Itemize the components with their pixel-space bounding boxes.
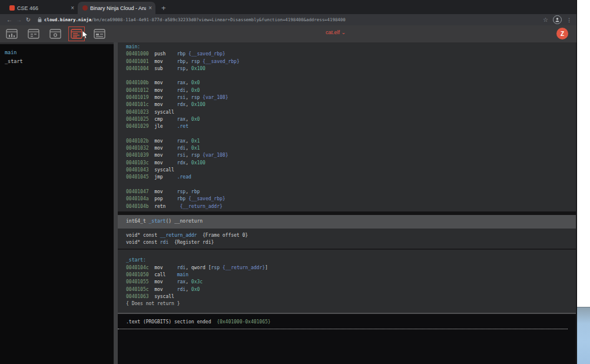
token-t: , xyxy=(185,95,191,100)
tab-bar: CSE 466 × Binary Ninja Cloud - Analy × + xyxy=(0,0,576,14)
disasm-view: main:00401000 push rbp {__saved_rbp}0040… xyxy=(118,42,576,364)
disasm-line[interactable]: { Does not return } xyxy=(126,300,576,307)
disasm-line[interactable]: 00401043 syscall xyxy=(126,167,576,174)
token-sym: .ret xyxy=(177,124,188,129)
token-t: void* const xyxy=(126,240,160,245)
disasm-line[interactable]: 00401045 jmp .read xyxy=(126,174,576,181)
disasm-line[interactable] xyxy=(126,181,576,188)
disasm-line[interactable]: 00401047 mov rsp, rbp xyxy=(126,188,576,196)
disasm-line[interactable]: 0040102b mov rax, 0x1 xyxy=(126,138,576,145)
token-mn: mov xyxy=(154,102,163,107)
pane-splitter[interactable] xyxy=(114,42,118,364)
token-t: , xyxy=(185,145,191,151)
token-reg: rax xyxy=(177,117,185,122)
token-ann: {var_108} xyxy=(203,153,228,158)
token-reg: rdi xyxy=(177,287,185,292)
token-t: , xyxy=(185,66,191,71)
file-dropdown[interactable]: cat.elf ⌄ xyxy=(326,29,346,35)
omnibox[interactable]: cloud.binary.ninja/bn/eca69008-11a4-4e91… xyxy=(44,17,539,22)
token-mn: mov xyxy=(154,59,163,64)
token-t xyxy=(163,80,177,85)
disasm-line[interactable]: 00401023 syscall xyxy=(126,109,576,116)
user-avatar[interactable]: Z xyxy=(556,28,568,39)
disasm-line[interactable]: 00401004 sub rsp, 0x100 xyxy=(126,65,576,72)
reload-icon[interactable]: ↻ xyxy=(24,16,33,23)
token-addr: 0040102b xyxy=(126,138,149,144)
disasm-line[interactable]: 00401063 syscall xyxy=(126,293,576,300)
disasm-line[interactable]: 0040105c mov rdi, 0x0 xyxy=(126,286,576,293)
disasm-block-function-main: main:00401000 push rbp {__saved_rbp}0040… xyxy=(118,42,576,211)
new-tab-button[interactable]: + xyxy=(161,4,166,14)
token-reg: rsp xyxy=(211,265,220,270)
token-t xyxy=(163,279,177,284)
back-icon[interactable]: ← xyxy=(5,16,14,23)
disasm-line[interactable]: 0040104c mov rdi, qword [rsp {__return_a… xyxy=(126,264,576,272)
token-t xyxy=(163,124,177,129)
profile-avatar-icon[interactable] xyxy=(553,15,562,24)
disasm-line[interactable] xyxy=(126,131,576,138)
token-t xyxy=(163,153,177,158)
token-addr: 00401032 xyxy=(126,145,149,151)
token-addr: 0040105c xyxy=(126,287,149,292)
token-addr: 00401001 xyxy=(126,59,149,64)
disasm-line[interactable]: 00401000 push rbp {__saved_rbp} xyxy=(126,51,576,58)
graph-view-icon[interactable] xyxy=(4,27,19,41)
disasm-line[interactable]: int64_t _start() __noreturn xyxy=(126,218,203,225)
token-t: .text (PROGBITS) section ended xyxy=(126,319,217,325)
disasm-line[interactable]: 00401019 mov rsi, rsp {var_108} xyxy=(126,94,576,101)
disasm-line[interactable]: 00401001 mov rbp, rsp {__saved_rbp} xyxy=(126,58,576,65)
token-t xyxy=(149,59,155,64)
token-dim: { Does not return } xyxy=(126,301,180,306)
tab-binary-ninja[interactable]: Binary Ninja Cloud - Analy × xyxy=(78,2,155,14)
token-t: , qword [ xyxy=(185,265,211,270)
sidebar-item-main[interactable]: main xyxy=(0,48,114,57)
tab-close-icon[interactable]: × xyxy=(71,5,74,11)
disasm-line[interactable]: 0040104b retn {__return_addr} xyxy=(126,203,576,210)
disasm-line[interactable]: 00401050 call main xyxy=(126,272,576,279)
token-reg: rdi xyxy=(160,240,168,245)
tab-cse466[interactable]: CSE 466 × xyxy=(5,2,78,14)
bookmark-star-icon[interactable]: ☆ xyxy=(543,16,548,23)
types-view-icon[interactable] xyxy=(48,27,63,41)
token-addr: 00401039 xyxy=(126,153,149,158)
token-reg: rsi xyxy=(177,153,185,158)
disasm-line[interactable]: main: xyxy=(126,44,576,51)
token-num: 0x100 xyxy=(191,66,205,71)
disasm-line[interactable]: 0040104a pop rbp {__saved_rbp} xyxy=(126,196,576,203)
token-reg: rsi xyxy=(177,95,185,100)
disasm-line[interactable]: 00401012 mov rdi, 0x0 xyxy=(126,87,576,94)
tab-close-icon[interactable]: × xyxy=(148,5,152,11)
token-reg: rsp xyxy=(191,153,200,158)
token-mn: syscall xyxy=(154,110,174,115)
disasm-line[interactable]: 00401032 mov rdi, 0x1 xyxy=(126,145,576,152)
disasm-line[interactable]: 0040103c mov rdx, 0x100 xyxy=(126,160,576,167)
disasm-line[interactable]: 0040100b mov rax, 0x0 xyxy=(126,80,576,87)
token-t xyxy=(165,51,177,57)
disasm-line[interactable]: 00401029 jle .ret xyxy=(126,123,576,130)
token-mn: mov xyxy=(154,95,163,100)
forward-icon[interactable]: → xyxy=(14,16,24,23)
disasm-line[interactable]: _start: xyxy=(126,257,576,264)
token-t xyxy=(149,66,155,71)
token-t xyxy=(163,95,177,100)
token-t: {Register rdi} xyxy=(168,240,214,245)
token-reg: rsp xyxy=(177,66,185,71)
token-t xyxy=(149,117,155,122)
disasm-line[interactable] xyxy=(126,72,576,80)
token-mn: mov xyxy=(154,80,163,85)
token-addr: 00401029 xyxy=(126,124,149,129)
disasm-line[interactable]: 00401039 mov rsi, rsp {var_108} xyxy=(126,152,576,159)
disasm-line[interactable]: 00401055 mov rax, 0x3c xyxy=(126,279,576,286)
disasm-line[interactable]: void* const __return_addr {Frame offset … xyxy=(126,232,576,239)
token-t xyxy=(149,174,155,180)
disasm-line[interactable]: .text (PROGBITS) section ended {0x401000… xyxy=(126,319,576,326)
browser-menu-icon[interactable]: ⋮ xyxy=(566,17,572,23)
disasm-line[interactable]: void* const rdi {Register rdi} xyxy=(126,239,576,246)
hex-view-icon[interactable] xyxy=(26,27,41,41)
token-t xyxy=(163,88,177,93)
sidebar-item-start[interactable]: _start xyxy=(0,57,114,66)
disasm-line[interactable]: 00401025 cmp rax, 0x0 xyxy=(126,116,576,123)
dotted-separator xyxy=(118,329,568,329)
disasm-line[interactable]: 0040101c mov rdx, 0x100 xyxy=(126,101,576,108)
triage-view-icon[interactable] xyxy=(92,27,107,41)
